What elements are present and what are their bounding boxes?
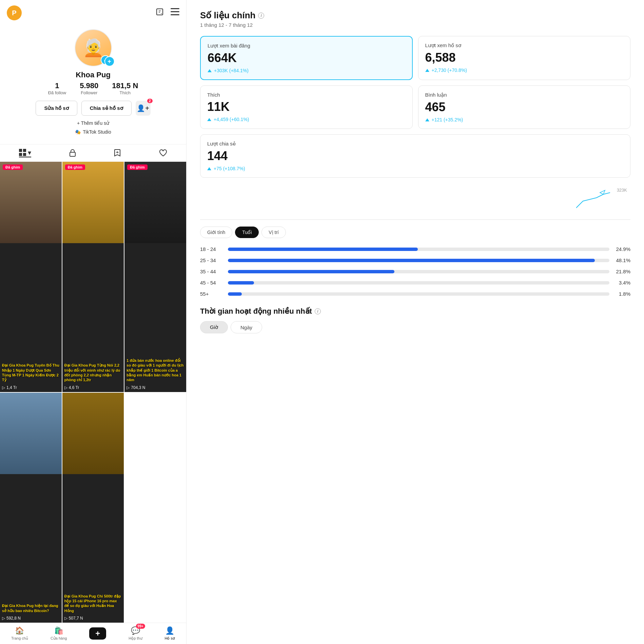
play-icon-2: ▷ bbox=[64, 385, 67, 390]
following-label: Đã follow bbox=[48, 90, 66, 95]
most-active-section: Thời gian hoạt động nhiều nhất i Giờ Ngà… bbox=[200, 307, 630, 333]
arrow-up-icon-2 bbox=[425, 69, 429, 72]
tab-liked[interactable] bbox=[159, 149, 167, 157]
top-icons bbox=[156, 8, 179, 18]
nav-shop[interactable]: 🛍️ Cửa hàng bbox=[51, 626, 67, 641]
bar-container-35-44 bbox=[228, 270, 609, 273]
share-profile-button[interactable]: Chia sẻ hồ sơ bbox=[81, 101, 132, 116]
most-active-info-icon[interactable]: i bbox=[315, 308, 321, 314]
likes-label: Thích bbox=[120, 90, 131, 95]
add-follow-badge[interactable]: + bbox=[104, 56, 115, 66]
video-views-4: ▷ 592,8 N bbox=[2, 616, 21, 621]
profile-section: 🧑‍🦳 ✓ + Khoa Pug 1 Đã follow 5.980 Follo… bbox=[0, 26, 186, 141]
arrow-up-icon bbox=[208, 69, 212, 72]
bar-fill-25-34 bbox=[228, 259, 595, 262]
video-caption-5: Đại Gia Khoa Pug Chi 500tr đập hộp 15 cá… bbox=[64, 594, 122, 613]
following-count: 1 bbox=[55, 81, 59, 90]
bar-container-45-54 bbox=[228, 281, 609, 285]
metric-comments-change: +121 (+35.2%) bbox=[425, 117, 624, 122]
svg-rect-3 bbox=[171, 14, 179, 15]
premium-badge: P bbox=[7, 5, 22, 20]
bar-fill-45-54 bbox=[228, 281, 254, 285]
home-icon: 🏠 bbox=[15, 626, 24, 635]
likes-count: 181,5 N bbox=[112, 81, 138, 90]
friend-icon: 👤+ bbox=[137, 104, 149, 112]
age-pct-18-24: 24.9% bbox=[613, 246, 630, 252]
right-panel: Số liệu chính i 1 tháng 12 - 7 tháng 12 … bbox=[187, 0, 644, 644]
pinned-badge-2: Đã ghim bbox=[65, 164, 85, 170]
video-caption-2: Đại Gia Khoa Pug Từng Nói 2,2 triệu đổi … bbox=[64, 363, 122, 382]
chart-max-value: 323K bbox=[617, 188, 627, 193]
edit-profile-button[interactable]: Sửa hồ sơ bbox=[36, 101, 77, 116]
video-views-5: ▷ 507,7 N bbox=[64, 616, 83, 621]
metric-shares-change: +75 (+108.7%) bbox=[207, 166, 623, 171]
metric-card-views[interactable]: Lượt xem bài đăng 664K +303K (+84.1%) bbox=[200, 36, 413, 80]
stat-following[interactable]: 1 Đã follow bbox=[48, 81, 66, 95]
bar-fill-35-44 bbox=[228, 270, 394, 273]
bookmark-button[interactable] bbox=[156, 8, 164, 18]
nav-inbox[interactable]: 💬 Hộp thư 99+ bbox=[129, 626, 142, 641]
tiktok-studio-label: TikTok Studio bbox=[83, 129, 111, 135]
metric-profile-views-value: 6,588 bbox=[425, 51, 624, 65]
tab-age[interactable]: Tuổi bbox=[235, 227, 259, 238]
video-thumb-2[interactable]: Đã ghim Đại Gia Khoa Pug Từng Nói 2,2 tr… bbox=[62, 162, 124, 392]
profile-icon: 👤 bbox=[165, 626, 174, 635]
tiktok-studio-link[interactable]: 🎭 TikTok Studio bbox=[75, 129, 111, 135]
menu-button[interactable] bbox=[171, 8, 179, 18]
tab-grid[interactable]: ▾ bbox=[19, 149, 31, 157]
tab-hour[interactable]: Giờ bbox=[200, 321, 228, 333]
content-tabs: ▾ bbox=[0, 144, 186, 162]
tab-bookmark[interactable] bbox=[114, 149, 121, 157]
stat-likes[interactable]: 181,5 N Thích bbox=[112, 81, 138, 95]
tab-location[interactable]: Vị trí bbox=[261, 227, 286, 238]
followers-label: Follower bbox=[81, 90, 97, 95]
time-tabs: Giờ Ngày bbox=[200, 321, 630, 333]
metric-card-shares[interactable]: Lượt chia sẻ 144 +75 (+108.7%) bbox=[200, 134, 630, 178]
video-thumb-3[interactable]: Đã ghim 1 đứa bán nước hoa online đổi so… bbox=[124, 162, 186, 392]
video-thumb-4[interactable]: Đại Gia Khoa Pug hiện tại đang sở hữu ba… bbox=[0, 393, 62, 623]
section-title-text: Số liệu chính bbox=[200, 10, 255, 21]
nav-profile[interactable]: 👤 Hồ sơ bbox=[164, 626, 175, 641]
metric-likes-change: +4,459 (+60.1%) bbox=[207, 117, 406, 122]
bottom-nav: 🏠 Trang chủ 🛍️ Cửa hàng + 💬 Hộp thư 99+ … bbox=[0, 623, 186, 644]
nav-home[interactable]: 🏠 Trang chủ bbox=[11, 626, 28, 641]
shop-icon: 🛍️ bbox=[54, 626, 63, 635]
info-icon[interactable]: i bbox=[258, 13, 264, 19]
nav-inbox-label: Hộp thư bbox=[129, 636, 142, 641]
add-bio-text[interactable]: + Thêm tiểu sử bbox=[77, 120, 109, 126]
video-thumb-5[interactable]: Đại Gia Khoa Pug Chi 500tr đập hộp 15 cá… bbox=[62, 393, 124, 623]
tab-day[interactable]: Ngày bbox=[231, 321, 262, 333]
friend-request-button[interactable]: 👤+ 2 bbox=[136, 101, 151, 116]
video-grid: Đã ghim Đại Gia Khoa Pug Tuyên Bố Thu Nh… bbox=[0, 162, 186, 623]
metric-shares-value: 144 bbox=[207, 149, 623, 163]
age-pct-55plus: 1.8% bbox=[613, 291, 630, 297]
nav-add[interactable]: + bbox=[89, 627, 106, 640]
age-row-55plus: 55+ 1.8% bbox=[200, 291, 630, 297]
most-active-title: Thời gian hoạt động nhiều nhất i bbox=[200, 307, 630, 316]
metric-card-profile-views[interactable]: Lượt xem hồ sơ 6,588 +2,730 (+70.8%) bbox=[418, 36, 631, 80]
video-views-3: ▷ 704,3 N bbox=[126, 385, 145, 390]
tab-gender[interactable]: Giới tính bbox=[200, 227, 232, 238]
tab-lock[interactable] bbox=[69, 149, 76, 157]
video-thumb-1[interactable]: Đã ghim Đại Gia Khoa Pug Tuyên Bố Thu Nh… bbox=[0, 162, 62, 392]
demographic-tabs: Giới tính Tuổi Vị trí bbox=[200, 227, 630, 238]
metric-card-comments[interactable]: Bình luận 465 +121 (+35.2%) bbox=[418, 85, 631, 129]
metric-card-likes[interactable]: Thích 11K +4,459 (+60.1%) bbox=[200, 85, 413, 129]
nav-home-label: Trang chủ bbox=[11, 636, 28, 641]
add-button[interactable]: + bbox=[89, 627, 106, 640]
arrow-up-icon-5 bbox=[207, 167, 211, 170]
metrics-grid: Lượt xem bài đăng 664K +303K (+84.1%) Lư… bbox=[200, 36, 630, 178]
stat-followers[interactable]: 5.980 Follower bbox=[80, 81, 98, 95]
bar-container-25-34 bbox=[228, 259, 609, 262]
metric-views-change: +303K (+84.1%) bbox=[208, 68, 405, 73]
video-views-1: ▷ 1,4 Tr bbox=[2, 385, 17, 390]
play-icon-4: ▷ bbox=[2, 616, 5, 621]
pinned-badge-3: Đã ghim bbox=[127, 164, 147, 170]
bar-container-55plus bbox=[228, 292, 609, 296]
age-label-55plus: 55+ bbox=[200, 291, 224, 297]
tab-grid-arrow: ▾ bbox=[28, 149, 31, 157]
age-label-45-54: 45 - 54 bbox=[200, 280, 224, 286]
followers-count: 5.980 bbox=[80, 81, 98, 90]
arrow-up-icon-3 bbox=[207, 118, 211, 121]
age-row-18-24: 18 - 24 24.9% bbox=[200, 246, 630, 252]
